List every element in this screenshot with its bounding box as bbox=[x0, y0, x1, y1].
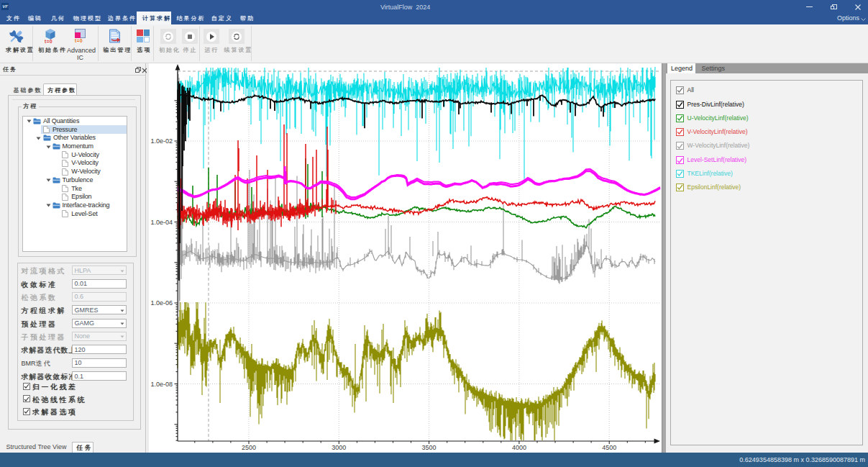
svg-text:4500: 4500 bbox=[602, 444, 616, 451]
svg-text:4000: 4000 bbox=[512, 444, 526, 451]
svg-text:1.0e-08: 1.0e-08 bbox=[150, 381, 173, 388]
svg-text:1.0e-02: 1.0e-02 bbox=[150, 137, 173, 145]
svg-text:3000: 3000 bbox=[332, 444, 346, 451]
svg-text:1.0e-04: 1.0e-04 bbox=[150, 219, 173, 226]
svg-text:2500: 2500 bbox=[242, 444, 256, 451]
svg-text:1.0e-06: 1.0e-06 bbox=[150, 299, 173, 307]
svg-text:3500: 3500 bbox=[422, 444, 437, 451]
